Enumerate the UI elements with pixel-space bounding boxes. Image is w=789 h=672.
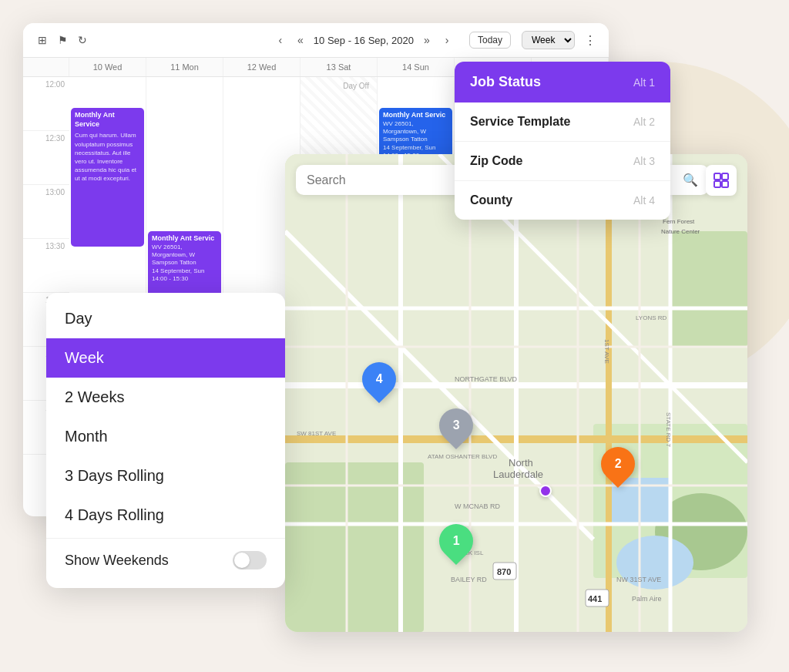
view-option-2weeks[interactable]: 2 Weeks bbox=[46, 378, 285, 417]
job-status-title: Job Status bbox=[470, 74, 541, 90]
grid-icon: ⊞ bbox=[35, 33, 49, 47]
svg-text:STATE RD 7: STATE RD 7 bbox=[665, 412, 672, 448]
service-template-shortcut: Alt 2 bbox=[633, 116, 655, 128]
time-slot-1330: 13:30 bbox=[23, 239, 69, 293]
svg-text:ATAM OSHANTER BLVD: ATAM OSHANTER BLVD bbox=[428, 453, 497, 460]
svg-rect-44 bbox=[714, 181, 720, 187]
svg-text:NW 31ST AVE: NW 31ST AVE bbox=[616, 576, 661, 583]
svg-rect-43 bbox=[722, 173, 728, 180]
zip-code-label: Zip Code bbox=[470, 154, 522, 168]
view-option-week[interactable]: Week bbox=[46, 338, 285, 378]
job-status-header: Job Status Alt 1 bbox=[455, 62, 670, 102]
toggle-knob bbox=[234, 553, 250, 568]
show-weekends-row: Show Weekends bbox=[46, 538, 285, 582]
map-background: NORTHGATE BLVD SW 81ST AVE ATAM OSHANTER… bbox=[285, 154, 747, 632]
svg-rect-45 bbox=[722, 181, 728, 187]
time-slot-1300: 13:00 bbox=[23, 185, 69, 239]
calendar-event[interactable]: Monthly Ant Service Cum qui harum. Ullam… bbox=[71, 108, 144, 247]
map-pin-purple[interactable] bbox=[539, 485, 552, 497]
calendar-date-range: 10 Sep - 16 Sep, 2020 bbox=[314, 35, 414, 46]
map-card: NORTHGATE BLVD SW 81ST AVE ATAM OSHANTER… bbox=[285, 154, 747, 632]
svg-text:Fern Forest: Fern Forest bbox=[663, 218, 695, 225]
calendar-event[interactable]: Monthly Ant Servic WV 26501, Morgantown,… bbox=[148, 231, 221, 301]
view-options-dropdown: Day Week 2 Weeks Month 3 Days Rolling 4 … bbox=[46, 293, 285, 588]
svg-text:870: 870 bbox=[497, 567, 511, 576]
svg-text:NORTHGATE BLVD: NORTHGATE BLVD bbox=[455, 375, 518, 383]
svg-rect-3 bbox=[670, 231, 747, 347]
show-weekends-toggle[interactable] bbox=[233, 551, 267, 570]
svg-text:441: 441 bbox=[588, 594, 602, 603]
show-weekends-label: Show Weekends bbox=[65, 553, 169, 569]
pin-label-1: 1 bbox=[453, 534, 460, 548]
job-status-item-county[interactable]: County Alt 4 bbox=[455, 181, 670, 220]
time-slot-1230: 12:30 bbox=[23, 131, 69, 185]
pin-label-2: 2 bbox=[615, 457, 622, 471]
svg-text:SW 81ST AVE: SW 81ST AVE bbox=[297, 430, 336, 437]
time-slot-1200: 12:00 bbox=[23, 77, 69, 131]
svg-text:BAILEY RD: BAILEY RD bbox=[451, 576, 487, 583]
day-header-sun14: 14 Sun bbox=[378, 58, 455, 76]
double-chevron-left-icon[interactable]: « bbox=[294, 33, 307, 47]
svg-text:Nature Center: Nature Center bbox=[661, 228, 700, 235]
flag-icon: ⚑ bbox=[55, 33, 69, 47]
svg-rect-42 bbox=[714, 173, 720, 180]
more-options-button[interactable]: ⋮ bbox=[584, 33, 596, 48]
job-status-dropdown: Job Status Alt 1 Service Template Alt 2 … bbox=[455, 62, 670, 220]
today-button[interactable]: Today bbox=[469, 32, 511, 49]
view-option-4days-rolling[interactable]: 4 Days Rolling bbox=[46, 496, 285, 535]
day-header-wed12: 12 Wed bbox=[223, 58, 300, 76]
job-status-shortcut: Alt 1 bbox=[633, 76, 655, 89]
service-template-label: Service Template bbox=[470, 115, 570, 129]
day-header-mon11: 11 Mon bbox=[146, 58, 223, 76]
svg-text:LYONS RD: LYONS RD bbox=[636, 314, 667, 321]
day-header-wed10: 10 Wed bbox=[69, 58, 146, 76]
time-spacer bbox=[23, 58, 69, 76]
job-status-item-zip-code[interactable]: Zip Code Alt 3 bbox=[455, 142, 670, 181]
svg-text:North: North bbox=[509, 457, 533, 469]
view-select[interactable]: Week bbox=[522, 31, 575, 49]
chevron-left-icon[interactable]: ‹ bbox=[274, 33, 287, 47]
county-label: County bbox=[470, 193, 512, 207]
svg-text:Lauderdale: Lauderdale bbox=[493, 469, 543, 480]
sync-icon: ↻ bbox=[76, 33, 89, 47]
view-option-month[interactable]: Month bbox=[46, 417, 285, 456]
svg-text:W MCNAB RD: W MCNAB RD bbox=[455, 502, 500, 510]
svg-text:Palm Aire: Palm Aire bbox=[632, 595, 662, 603]
search-icon: 🔍 bbox=[683, 173, 698, 187]
job-status-item-service-template[interactable]: Service Template Alt 2 bbox=[455, 102, 670, 142]
chevron-right-icon[interactable]: › bbox=[440, 33, 454, 47]
day-off-label: Day Off bbox=[338, 79, 374, 93]
map-roads-svg: NORTHGATE BLVD SW 81ST AVE ATAM OSHANTER… bbox=[285, 154, 747, 632]
day-header-sat13: 13 Sat bbox=[300, 58, 378, 76]
pin-label-4: 4 bbox=[376, 372, 383, 386]
county-shortcut: Alt 4 bbox=[633, 194, 655, 207]
double-chevron-right-icon[interactable]: » bbox=[420, 33, 434, 47]
calendar-toolbar: ⊞ ⚑ ↻ ‹ « 10 Sep - 16 Sep, 2020 » › Toda… bbox=[23, 23, 609, 58]
pin-label-3: 3 bbox=[453, 418, 460, 432]
svg-text:1ST AVE: 1ST AVE bbox=[603, 339, 610, 364]
zip-code-shortcut: Alt 3 bbox=[633, 155, 655, 167]
view-option-day[interactable]: Day bbox=[46, 299, 285, 338]
map-grid-button[interactable] bbox=[706, 165, 737, 196]
view-option-3days-rolling[interactable]: 3 Days Rolling bbox=[46, 456, 285, 496]
